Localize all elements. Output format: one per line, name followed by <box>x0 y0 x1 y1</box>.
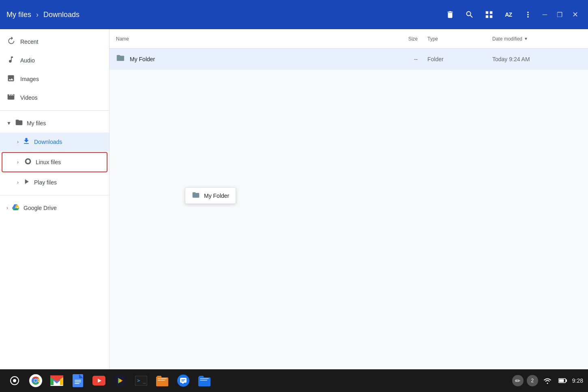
svg-rect-28 <box>559 379 564 382</box>
folder-icon <box>116 54 125 64</box>
sidebar-label-audio: Audio <box>20 57 103 64</box>
sidebar-item-images[interactable]: Images <box>0 70 109 88</box>
svg-rect-25 <box>200 380 207 381</box>
main-content: Name Size Type Date modified ▼ My Folder <box>109 29 588 369</box>
svg-point-3 <box>13 379 16 382</box>
taskbar-chrome[interactable] <box>26 371 45 390</box>
row-type: Folder <box>427 56 492 62</box>
svg-rect-23 <box>181 381 184 381</box>
my-files-label: My files <box>27 120 103 126</box>
sidebar-divider <box>0 110 109 111</box>
play-files-label: Play files <box>34 179 103 186</box>
svg-rect-10 <box>75 380 81 381</box>
taskbar-messages[interactable] <box>174 371 193 390</box>
taskbar-battery-icon <box>557 375 569 387</box>
sidebar: Recent Audio Images Videos <box>0 29 109 369</box>
videos-icon <box>6 93 15 103</box>
svg-rect-20 <box>158 380 165 381</box>
taskbar-terminal[interactable]: > _ <box>131 371 151 390</box>
sidebar-item-play-files[interactable]: › Play files <box>0 173 109 192</box>
svg-point-1 <box>26 159 30 163</box>
close-button[interactable]: ✕ <box>569 9 582 21</box>
audio-icon <box>6 56 15 66</box>
sidebar-item-recent[interactable]: Recent <box>0 32 109 51</box>
downloads-label: Downloads <box>34 139 103 145</box>
taskbar-right: ✏ 2 9:28 <box>512 375 583 387</box>
tooltip-folder-icon <box>192 191 200 200</box>
svg-rect-11 <box>75 381 81 382</box>
svg-rect-24 <box>200 378 209 379</box>
taskbar-time: 9:28 <box>572 377 583 384</box>
play-files-chevron-icon: › <box>17 180 19 185</box>
table-row[interactable]: My Folder -- Folder Today 9:24 AM <box>109 49 588 70</box>
taskbar-docs[interactable] <box>68 371 88 390</box>
sidebar-label-images: Images <box>20 76 103 82</box>
taskbar-play-store[interactable] <box>110 371 130 390</box>
taskbar-gmail[interactable] <box>47 371 67 390</box>
breadcrumb-current: Downloads <box>43 11 79 19</box>
tooltip-label: My Folder <box>204 193 229 199</box>
chevron-down-icon: ▼ <box>6 120 11 126</box>
taskbar-files-app[interactable] <box>152 371 172 390</box>
play-files-icon <box>22 178 31 188</box>
svg-rect-27 <box>566 379 567 382</box>
column-date-modified[interactable]: Date modified ▼ <box>492 36 582 42</box>
row-date: Today 9:24 AM <box>492 56 582 62</box>
folder-tooltip[interactable]: My Folder <box>185 187 236 204</box>
sidebar-item-videos[interactable]: Videos <box>0 88 109 107</box>
taskbar-wifi-icon[interactable] <box>541 375 554 387</box>
table-body: My Folder -- Folder Today 9:24 AM <box>109 49 588 369</box>
sidebar-item-downloads[interactable]: › Downloads <box>0 133 109 151</box>
taskbar: > _ <box>0 369 588 392</box>
svg-rect-19 <box>158 378 167 379</box>
sidebar-item-google-drive[interactable]: › Google Drive <box>0 199 109 217</box>
row-filename: My Folder <box>130 56 155 62</box>
linux-files-chevron-icon: › <box>17 159 19 165</box>
recent-icon <box>6 37 15 47</box>
sort-arrow-icon: ▼ <box>524 36 528 41</box>
title-bar: My files › Downloads AZ ─ ❐ ✕ <box>0 0 588 29</box>
sidebar-item-audio[interactable]: Audio <box>0 51 109 70</box>
column-size[interactable]: Size <box>379 36 427 42</box>
google-drive-icon <box>11 203 20 213</box>
taskbar-notification-badge[interactable]: 2 <box>527 375 538 386</box>
google-drive-chevron-icon: › <box>6 205 8 211</box>
download-icon <box>22 137 31 147</box>
maximize-button[interactable]: ❐ <box>554 9 566 20</box>
row-name: My Folder <box>116 54 379 64</box>
taskbar-edit-icon[interactable]: ✏ <box>512 375 524 386</box>
downloads-chevron-icon: › <box>17 139 19 145</box>
title-bar-actions: AZ ─ ❐ ✕ <box>442 6 582 23</box>
delete-button[interactable] <box>442 6 458 23</box>
taskbar-launcher[interactable] <box>5 371 24 390</box>
sidebar-section-my-files[interactable]: ▼ My files <box>0 114 109 133</box>
grid-view-button[interactable] <box>481 6 497 23</box>
breadcrumb-separator: › <box>36 11 39 19</box>
taskbar-youtube[interactable] <box>89 371 109 390</box>
breadcrumb-root[interactable]: My files <box>6 11 31 19</box>
linux-files-highlight-box: › Linux files <box>2 152 107 172</box>
svg-text:> _: > _ <box>137 378 146 383</box>
sidebar-item-linux-files[interactable]: › Linux files <box>2 153 107 171</box>
linux-icon <box>24 157 32 167</box>
search-button[interactable] <box>461 6 478 23</box>
linux-files-label: Linux files <box>36 159 100 165</box>
taskbar-file-manager[interactable] <box>195 371 214 390</box>
minimize-button[interactable]: ─ <box>539 9 550 20</box>
google-drive-label: Google Drive <box>24 205 103 211</box>
sidebar-label-videos: Videos <box>20 94 103 101</box>
sort-button[interactable]: AZ <box>500 6 517 23</box>
sidebar-divider-2 <box>0 195 109 195</box>
svg-point-7 <box>34 379 37 382</box>
column-name[interactable]: Name <box>116 36 379 42</box>
images-icon <box>6 74 15 84</box>
sidebar-label-recent: Recent <box>20 39 103 45</box>
more-options-button[interactable] <box>520 6 536 23</box>
breadcrumb: My files › Downloads <box>6 11 79 19</box>
row-size: -- <box>379 56 427 62</box>
app-container: Recent Audio Images Videos <box>0 29 588 369</box>
svg-rect-12 <box>75 383 79 384</box>
my-files-icon <box>15 118 24 129</box>
column-type[interactable]: Type <box>427 36 492 42</box>
svg-rect-22 <box>181 379 185 380</box>
